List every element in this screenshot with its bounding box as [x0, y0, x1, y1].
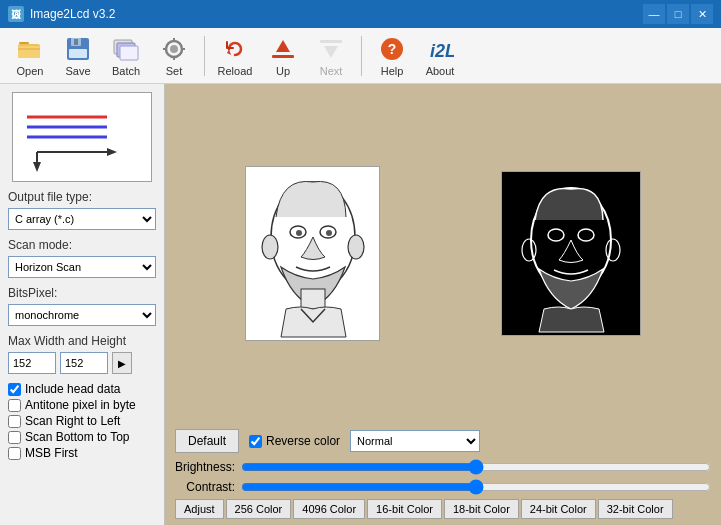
include-head-checkbox[interactable]	[8, 383, 21, 396]
msb-first-checkbox[interactable]	[8, 447, 21, 460]
reload-icon	[221, 35, 249, 63]
next-icon	[317, 35, 345, 63]
about-label: About	[426, 65, 455, 77]
reload-button[interactable]: Reload	[213, 32, 257, 80]
bottom-controls: Default Reverse color Normal Invert Rota…	[165, 423, 721, 525]
help-label: Help	[381, 65, 404, 77]
svg-rect-9	[120, 46, 138, 60]
help-icon: ?	[378, 35, 406, 63]
width-input[interactable]: 152	[8, 352, 56, 374]
include-head-row: Include head data	[8, 382, 156, 396]
brightness-label: Brightness:	[175, 460, 235, 474]
title-bar: 🖼 Image2Lcd v3.2 — □ ✕	[0, 0, 721, 28]
up-button[interactable]: Up	[261, 32, 305, 80]
next-label: Next	[320, 65, 343, 77]
up-icon	[269, 35, 297, 63]
title-bar-title: 🖼 Image2Lcd v3.2	[8, 6, 115, 22]
tabs-row: Adjust 256 Color 4096 Color 16-bit Color…	[175, 499, 711, 519]
svg-text:?: ?	[388, 41, 397, 57]
batch-button[interactable]: Batch	[104, 32, 148, 80]
tab-16bit[interactable]: 16-bit Color	[367, 499, 442, 519]
scan-mode-label: Scan mode:	[8, 238, 156, 252]
open-icon	[16, 35, 44, 63]
save-button[interactable]: Save	[56, 32, 100, 80]
about-button[interactable]: i2L About	[418, 32, 462, 80]
include-head-label: Include head data	[25, 382, 120, 396]
next-button[interactable]: Next	[309, 32, 353, 80]
svg-rect-13	[173, 56, 175, 60]
tab-24bit[interactable]: 24-bit Color	[521, 499, 596, 519]
title-bar-controls: — □ ✕	[643, 4, 713, 24]
svg-marker-30	[33, 162, 41, 172]
maximize-button[interactable]: □	[667, 4, 689, 24]
bits-pixel-group: BitsPixel: monochrome 4 gray 16 color 25…	[8, 286, 156, 326]
svg-rect-5	[69, 49, 87, 58]
svg-point-37	[262, 235, 278, 259]
controls-row1: Default Reverse color Normal Invert Rota…	[175, 429, 711, 453]
checkboxes-group: Include head data Antitone pixel in byte…	[8, 382, 156, 460]
open-label: Open	[17, 65, 44, 77]
reverse-color-checkbox[interactable]	[249, 435, 262, 448]
contrast-row: Contrast:	[175, 479, 711, 495]
svg-marker-16	[227, 49, 231, 55]
width-height-row: 152 152 ▶	[8, 352, 156, 374]
svg-point-35	[296, 230, 302, 236]
app-icon: 🖼	[8, 6, 24, 22]
antitone-checkbox[interactable]	[8, 399, 21, 412]
tab-adjust[interactable]: Adjust	[175, 499, 224, 519]
max-wh-label: Max Width and Height	[8, 334, 156, 348]
normal-dropdown[interactable]: Normal Invert Rotate 90 Rotate 180	[350, 430, 480, 452]
reverse-color-group: Reverse color	[249, 434, 340, 448]
increment-button[interactable]: ▶	[112, 352, 132, 374]
images-area	[165, 84, 721, 423]
tab-4096color[interactable]: 4096 Color	[293, 499, 365, 519]
close-button[interactable]: ✕	[691, 4, 713, 24]
output-file-type-select[interactable]: C array (*.c) Binary (*.bin) Hex (*.hex)	[8, 208, 156, 230]
svg-rect-2	[18, 46, 40, 58]
tab-32bit[interactable]: 32-bit Color	[598, 499, 673, 519]
scan-mode-select[interactable]: Horizon Scan Vertical Scan	[8, 256, 156, 278]
tab-256color[interactable]: 256 Color	[226, 499, 292, 519]
contrast-slider[interactable]	[241, 479, 711, 495]
height-input[interactable]: 152	[60, 352, 108, 374]
scan-rl-row: Scan Right to Left	[8, 414, 156, 428]
scan-bt-label: Scan Bottom to Top	[25, 430, 130, 444]
original-image	[245, 166, 380, 341]
scan-bt-checkbox[interactable]	[8, 431, 21, 444]
svg-rect-17	[272, 55, 294, 58]
main-layout: Output file type: C array (*.c) Binary (…	[0, 84, 721, 525]
right-panel: Default Reverse color Normal Invert Rota…	[165, 84, 721, 525]
antitone-row: Antitone pixel in byte	[8, 398, 156, 412]
default-button[interactable]: Default	[175, 429, 239, 453]
svg-marker-20	[324, 46, 338, 58]
svg-rect-15	[181, 48, 185, 50]
preview-box	[12, 92, 152, 182]
toolbar-separator-2	[361, 36, 362, 76]
svg-marker-18	[276, 40, 290, 52]
bits-pixel-select[interactable]: monochrome 4 gray 16 color 256 color	[8, 304, 156, 326]
scan-rl-checkbox[interactable]	[8, 415, 21, 428]
open-button[interactable]: Open	[8, 32, 52, 80]
brightness-slider[interactable]	[241, 459, 711, 475]
tab-18bit[interactable]: 18-bit Color	[444, 499, 519, 519]
minimize-button[interactable]: —	[643, 4, 665, 24]
set-button[interactable]: Set	[152, 32, 196, 80]
up-label: Up	[276, 65, 290, 77]
batch-label: Batch	[112, 65, 140, 77]
svg-point-38	[348, 235, 364, 259]
max-wh-group: Max Width and Height 152 152 ▶	[8, 334, 156, 374]
output-file-type-group: Output file type: C array (*.c) Binary (…	[8, 190, 156, 230]
scan-bt-row: Scan Bottom to Top	[8, 430, 156, 444]
toolbar-separator	[204, 36, 205, 76]
save-icon	[64, 35, 92, 63]
scan-rl-label: Scan Right to Left	[25, 414, 120, 428]
left-panel: Output file type: C array (*.c) Binary (…	[0, 84, 165, 525]
help-button[interactable]: ? Help	[370, 32, 414, 80]
reverse-color-label: Reverse color	[266, 434, 340, 448]
toolbar: Open Save Batch	[0, 28, 721, 84]
svg-rect-19	[320, 40, 342, 43]
svg-text:i2L: i2L	[430, 41, 454, 61]
svg-rect-0	[19, 42, 29, 44]
svg-rect-39	[301, 289, 325, 309]
set-icon	[160, 35, 188, 63]
